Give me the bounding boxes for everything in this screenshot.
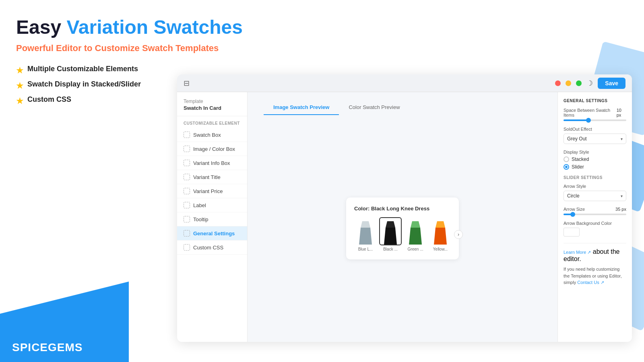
sidebar-item-custom-css[interactable]: Custom CSS	[177, 241, 247, 255]
arrow-bg-color-label: Arrow Background Color	[564, 221, 626, 226]
svg-marker-10	[434, 228, 447, 245]
sidebar-label-variant-info-box: Variant Info Box	[193, 160, 230, 166]
sidebar-item-variant-title[interactable]: Variant Title	[177, 170, 247, 184]
sidebar-item-tooltip[interactable]: Tooltip	[177, 212, 247, 226]
editor-window: ⊟ ☽ Save Template Swatch In Card Customi…	[177, 74, 632, 342]
svg-marker-4	[384, 228, 397, 245]
customizable-section-title: Customizable Element	[177, 116, 247, 128]
setting-arrow-size: Arrow Size 35 px	[564, 207, 626, 215]
star-icon-2: ★	[16, 81, 23, 90]
radio-dot-slider[interactable]	[564, 164, 569, 170]
swatch-item-black[interactable]: Black ...	[379, 217, 402, 251]
arrow-size-slider[interactable]	[564, 214, 626, 215]
window-controls: ⊟	[184, 79, 190, 88]
left-sidebar: Template Swatch In Card Customizable Ele…	[177, 92, 248, 342]
contact-us-link[interactable]: Contact Us ↗	[577, 280, 604, 285]
window-maximize-button[interactable]	[576, 80, 582, 86]
arrow-bg-color-input[interactable]	[564, 228, 580, 237]
swatch-item-green[interactable]: Green ...	[404, 217, 427, 251]
svg-marker-1	[359, 228, 372, 245]
help-text: If you need help customizing the Templat…	[564, 266, 626, 286]
sidebar-label-variant-title: Variant Title	[193, 174, 221, 180]
expand-icon-9	[184, 244, 190, 251]
sidebar-label-tooltip: Tooltip	[193, 216, 208, 222]
expand-icon-5	[184, 188, 190, 194]
swatch-label-green: Green ...	[404, 247, 427, 251]
sidebar-item-general-settings[interactable]: General Settings	[177, 226, 247, 241]
general-settings-title: General Settings	[564, 99, 626, 103]
svg-marker-2	[361, 221, 370, 228]
radio-slider[interactable]: Slider	[564, 164, 626, 170]
space-between-value: 10 px	[617, 108, 626, 117]
space-between-label: Space Between Swatch Items 10 px	[564, 108, 626, 117]
arrow-style-select[interactable]: Circle ▾	[564, 191, 626, 201]
window-minimize-button[interactable]	[566, 80, 571, 86]
setting-space-between: Space Between Swatch Items 10 px	[564, 108, 626, 121]
arrow-size-thumb[interactable]	[570, 212, 575, 217]
swatch-item-blue[interactable]: Blue L...	[354, 217, 377, 251]
expand-icon-4	[184, 174, 190, 180]
display-style-radio-group: Stacked Slider	[564, 156, 626, 170]
soldout-select[interactable]: Grey Out ▾	[564, 134, 626, 144]
save-button[interactable]: Save	[598, 78, 625, 89]
dark-mode-icon[interactable]: ☽	[586, 79, 593, 88]
slider-settings-title: Slider Settings	[564, 175, 626, 180]
soldout-label: SoldOut Effect	[564, 127, 626, 132]
space-between-fill	[564, 119, 588, 121]
swatch-label-black: Black ...	[379, 247, 402, 251]
space-between-thumb[interactable]	[586, 118, 591, 123]
window-close-button[interactable]	[555, 80, 561, 86]
learn-more-link[interactable]: Learn More ↗	[564, 250, 591, 255]
window-body: Template Swatch In Card Customizable Ele…	[177, 92, 632, 342]
template-label: Template	[184, 99, 241, 104]
swatch-next-arrow[interactable]: ›	[454, 230, 463, 239]
expand-icon-8	[184, 230, 190, 237]
radio-label-stacked: Stacked	[572, 156, 589, 162]
swatch-item-orange[interactable]: Yellow...	[429, 217, 452, 251]
star-icon-1: ★	[16, 66, 23, 75]
window-right-icons: ☽ Save	[555, 78, 625, 89]
space-between-slider[interactable]	[564, 119, 626, 121]
learn-more-section: Learn More ↗ about the editor. If you ne…	[564, 243, 626, 286]
expand-icon	[184, 132, 190, 138]
swatch-img-blue	[354, 217, 377, 245]
color-text: Color:	[354, 206, 371, 212]
sidebar-item-image-color-box[interactable]: Image / Color Box	[177, 142, 247, 156]
sidebar-toggle-icon[interactable]: ⊟	[184, 79, 190, 88]
setting-display-style: Display Style Stacked Slider	[564, 150, 626, 170]
soldout-value: Grey Out	[567, 136, 587, 142]
sidebar-label-swatch-box: Swatch Box	[193, 132, 221, 138]
setting-arrow-bg-color: Arrow Background Color	[564, 221, 626, 237]
swatch-label-orange: Yellow...	[429, 247, 452, 251]
tab-color-swatch[interactable]: Color Swatch Preview	[339, 100, 409, 115]
template-value: Swatch In Card	[184, 105, 241, 111]
sidebar-label-image-color-box: Image / Color Box	[193, 146, 235, 152]
sidebar-item-variant-price[interactable]: Variant Price	[177, 184, 247, 198]
title-blue: Variation Swatches	[66, 16, 243, 38]
radio-stacked[interactable]: Stacked	[564, 156, 626, 162]
soldout-arrow-icon: ▾	[621, 137, 623, 141]
learn-more-line: Learn More ↗ about the editor.	[564, 248, 626, 263]
arrow-style-label: Arrow Style	[564, 184, 626, 189]
sidebar-item-swatch-box[interactable]: Swatch Box	[177, 128, 247, 142]
sidebar-item-variant-info-box[interactable]: Variant Info Box	[177, 156, 247, 170]
sidebar-label-general-settings: General Settings	[193, 230, 235, 237]
svg-marker-8	[411, 221, 420, 228]
feature-item-1: ★ Multiple Customizable Elements	[16, 65, 628, 75]
subtitle: Powerful Editor to Customize Swatch Temp…	[16, 43, 628, 53]
color-name: Black Long Knee Dress	[371, 206, 429, 212]
tab-image-swatch[interactable]: Image Swatch Preview	[264, 100, 339, 115]
bottom-left-block: SPICEGEMS	[0, 282, 129, 362]
expand-icon-2	[184, 146, 190, 152]
sidebar-label-custom-css: Custom CSS	[193, 245, 223, 251]
expand-icon-7	[184, 216, 190, 222]
arrow-size-label: Arrow Size 35 px	[564, 207, 626, 212]
arrow-style-arrow-icon: ▾	[621, 194, 623, 198]
radio-dot-stacked[interactable]	[564, 156, 569, 162]
sidebar-item-label[interactable]: Label	[177, 198, 247, 212]
arrow-style-value: Circle	[567, 193, 580, 199]
main-title: Easy Variation Swatches	[16, 16, 628, 38]
expand-icon-3	[184, 160, 190, 166]
swatch-label-blue: Blue L...	[354, 247, 377, 251]
template-section: Template Swatch In Card	[177, 99, 247, 116]
